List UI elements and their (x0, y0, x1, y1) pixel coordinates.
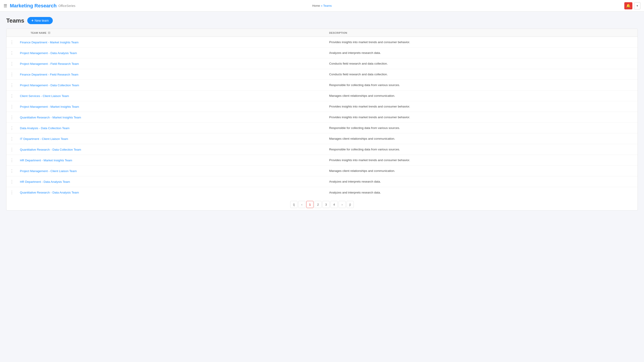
row-menu-13[interactable]: ⋮ (6, 176, 17, 187)
th-description: DESCRIPTION (327, 31, 638, 34)
row-team-name-2: Project Management - Field Research Team (17, 59, 327, 68)
team-link-1[interactable]: Project Management - Data Analysis Team (20, 51, 77, 55)
team-link-5[interactable]: Client Services - Client Liaison Team (20, 94, 69, 98)
row-team-name-9: IT Department - Client Liaison Team (17, 134, 327, 143)
row-menu-7[interactable]: ⋮ (6, 112, 17, 122)
row-menu-5[interactable]: ⋮ (6, 90, 17, 101)
breadcrumb-current: Teams (323, 4, 332, 7)
team-link-9[interactable]: IT Department - Client Liaison Team (20, 137, 68, 141)
row-team-name-1: Project Management - Data Analysis Team (17, 48, 327, 57)
team-link-10[interactable]: Quantitative Research - Data Collection … (20, 148, 81, 151)
new-team-button[interactable]: + New team (27, 17, 52, 24)
table-row: ⋮ HR Department - Data Analysis Team Ana… (6, 176, 638, 187)
team-link-14[interactable]: Quantitative Research - Data Analysis Te… (20, 191, 79, 194)
table-row: ⋮ Project Management - Market Insights T… (6, 101, 638, 112)
teams-table: TEAM NAME ⊟ DESCRIPTION ⋮ Finance Depart… (6, 28, 638, 211)
table-row: ⋮ Quantitative Research - Market Insight… (6, 112, 638, 123)
row-team-name-10: Quantitative Research - Data Collection … (17, 145, 327, 154)
app-subtitle: OfficeSeries (58, 4, 75, 7)
th-team-name: TEAM NAME ⊟ (17, 31, 327, 34)
th-menu (6, 31, 17, 34)
row-description-9: Manages client relationships and communi… (327, 134, 638, 143)
header-dropdown-button[interactable]: ▾ (634, 2, 640, 9)
table-row: ⋮ Finance Department - Market Insights T… (6, 37, 638, 48)
row-team-name-7: Quantitative Research - Market Insights … (17, 113, 327, 122)
table-row: ⋮ Project Management - Data Collection T… (6, 80, 638, 90)
table-row: ⋮ Data Analysis - Data Collection Team R… (6, 123, 638, 133)
row-team-name-4: Project Management - Data Collection Tea… (17, 81, 327, 90)
page-next-button[interactable]: › (338, 201, 346, 208)
header-actions: 🔔 ▾ (624, 2, 640, 9)
page-title: Teams (6, 17, 24, 24)
team-link-7[interactable]: Quantitative Research - Market Insights … (20, 116, 81, 119)
page-header: Teams + New team (6, 17, 638, 24)
plus-icon: + (31, 18, 33, 22)
page-1-button[interactable]: 1 (306, 201, 314, 208)
row-description-0: Provides insights into market trends and… (327, 38, 638, 46)
team-link-11[interactable]: HR Department - Market Insights Team (20, 159, 72, 162)
team-link-3[interactable]: Finance Department - Field Research Team (20, 73, 78, 76)
table-row: ⋮ Project Management - Data Analysis Tea… (6, 48, 638, 58)
row-description-4: Responsible for collecting data from var… (327, 81, 638, 89)
row-team-name-14: Quantitative Research - Data Analysis Te… (17, 188, 327, 197)
page-3-button[interactable]: 3 (322, 201, 330, 208)
menu-icon[interactable]: ☰ (4, 3, 7, 8)
row-team-name-12: Project Management - Client Liaison Team (17, 166, 327, 175)
breadcrumb-home[interactable]: Home (312, 4, 320, 7)
table-row: ⋮ IT Department - Client Liaison Team Ma… (6, 133, 638, 144)
team-link-2[interactable]: Project Management - Field Research Team (20, 62, 79, 65)
row-description-2: Conducts field research and data collect… (327, 59, 638, 68)
row-description-14: Analyzes and interprets research data. (327, 188, 638, 197)
row-description-8: Responsible for collecting data from var… (327, 124, 638, 132)
table-row: ⋮ Finance Department - Field Research Te… (6, 69, 638, 80)
row-description-11: Provides insights into market trends and… (327, 156, 638, 164)
team-link-0[interactable]: Finance Department - Market Insights Tea… (20, 41, 78, 44)
team-link-4[interactable]: Project Management - Data Collection Tea… (20, 84, 79, 87)
team-link-6[interactable]: Project Management - Market Insights Tea… (20, 105, 79, 108)
row-description-10: Responsible for collecting data from var… (327, 145, 638, 154)
filter-icon[interactable]: ⊟ (48, 31, 50, 34)
row-menu-3[interactable]: ⋮ (6, 69, 17, 79)
pagination: ⟨| ‹ 1 2 3 4 › |⟩ (6, 198, 638, 210)
table-body: ⋮ Finance Department - Market Insights T… (6, 37, 638, 198)
row-menu-12[interactable]: ⋮ (6, 166, 17, 176)
row-menu-2[interactable]: ⋮ (6, 58, 17, 69)
table-row: ⋮ HR Department - Market Insights Team P… (6, 155, 638, 166)
row-team-name-11: HR Department - Market Insights Team (17, 156, 327, 165)
app-header: ☰ Marketing Research OfficeSeries Home »… (0, 0, 644, 12)
page-last-button[interactable]: |⟩ (346, 201, 354, 208)
row-menu-4[interactable]: ⋮ (6, 80, 17, 90)
table-row: ⋮ Quantitative Research - Data Analysis … (6, 187, 638, 198)
app-title: Marketing Research (10, 3, 56, 9)
team-link-8[interactable]: Data Analysis - Data Collection Team (20, 126, 70, 130)
row-description-7: Provides insights into market trends and… (327, 113, 638, 122)
row-description-5: Manages client relationships and communi… (327, 91, 638, 100)
row-menu-11[interactable]: ⋮ (6, 155, 17, 165)
page-4-button[interactable]: 4 (330, 201, 338, 208)
row-team-name-8: Data Analysis - Data Collection Team (17, 124, 327, 132)
table-row: ⋮ Quantitative Research - Data Collectio… (6, 144, 638, 155)
chevron-down-icon: ▾ (636, 4, 638, 7)
row-team-name-0: Finance Department - Market Insights Tea… (17, 38, 327, 47)
row-menu-8[interactable]: ⋮ (6, 123, 17, 133)
row-team-name-5: Client Services - Client Liaison Team (17, 91, 327, 100)
notification-button[interactable]: 🔔 (624, 2, 632, 9)
row-team-name-6: Project Management - Market Insights Tea… (17, 102, 327, 111)
page-prev-button[interactable]: ‹ (298, 201, 306, 208)
page-2-button[interactable]: 2 (314, 201, 322, 208)
page-first-button[interactable]: ⟨| (290, 201, 298, 208)
bell-icon: 🔔 (626, 3, 630, 8)
row-menu-0[interactable]: ⋮ (6, 37, 17, 47)
row-description-6: Provides insights into market trends and… (327, 102, 638, 111)
row-menu-1[interactable]: ⋮ (6, 48, 17, 58)
row-menu-9[interactable]: ⋮ (6, 133, 17, 144)
row-description-12: Manages client relationships and communi… (327, 166, 638, 175)
table-header: TEAM NAME ⊟ DESCRIPTION (6, 29, 638, 37)
row-menu-14[interactable]: ⋮ (6, 187, 17, 198)
page-content: Teams + New team TEAM NAME ⊟ DESCRIPTION… (0, 12, 644, 216)
team-link-13[interactable]: HR Department - Data Analysis Team (20, 180, 70, 183)
table-row: ⋮ Project Management - Field Research Te… (6, 58, 638, 69)
team-link-12[interactable]: Project Management - Client Liaison Team (20, 169, 77, 173)
row-menu-10[interactable]: ⋮ (6, 144, 17, 155)
row-menu-6[interactable]: ⋮ (6, 101, 17, 112)
